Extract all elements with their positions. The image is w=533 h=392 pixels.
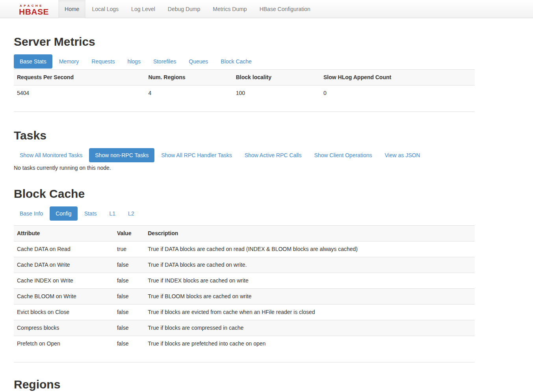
tab-storefiles[interactable]: Storefiles: [147, 54, 182, 69]
block-cache-config-table: Attribute Value Description Cache DATA o…: [14, 225, 475, 362]
tab-requests[interactable]: Requests: [85, 54, 121, 69]
value-cell: false: [114, 336, 145, 352]
block-cache-title: Block Cache: [14, 187, 475, 201]
table-row: Evict blocks on Close false True if bloc…: [14, 305, 475, 320]
table-row: 5404 4 100 0: [14, 85, 475, 101]
value-cell: true: [114, 242, 145, 257]
tab-show-client-operations[interactable]: Show Client Operations: [308, 148, 378, 162]
nav-item-debug-dump[interactable]: Debug Dump: [162, 0, 207, 18]
attribute-cell: Prefetch on Open: [14, 336, 114, 352]
hbase-logo-hbase-text: HBASE: [19, 7, 49, 16]
server-metrics-tabs: Base Stats Memory Requests hlogs Storefi…: [14, 54, 475, 69]
block-cache-section: Block Cache Base Info Config Stats L1 L2…: [14, 187, 475, 362]
tab-show-all-rpc-handler-tasks[interactable]: Show All RPC Handler Tasks: [155, 148, 238, 162]
navbar: APACHE HBASE Home Local Logs Log Level D…: [0, 0, 533, 18]
attribute-cell: Cache BLOOM on Write: [14, 289, 114, 305]
nav-item-log-level[interactable]: Log Level: [125, 0, 162, 18]
tab-show-all-monitored-tasks[interactable]: Show All Monitored Tasks: [14, 148, 88, 162]
tab-show-non-rpc-tasks[interactable]: Show non-RPC Tasks: [89, 148, 154, 162]
tasks-section: Tasks Show All Monitored Tasks Show non-…: [14, 128, 475, 172]
tab-l2[interactable]: L2: [122, 206, 140, 221]
nav-item-metrics-dump[interactable]: Metrics Dump: [206, 0, 253, 18]
regions-section: Regions: [14, 377, 475, 392]
tab-base-stats[interactable]: Base Stats: [14, 54, 52, 69]
column-header: Requests Per Second: [14, 70, 145, 85]
description-cell: True if blocks are compressed in cache: [145, 320, 475, 336]
tab-view-as-json[interactable]: View as JSON: [379, 148, 426, 162]
block-cache-tabs: Base Info Config Stats L1 L2: [14, 206, 475, 221]
column-header: Num. Regions: [145, 70, 232, 85]
num-regions-value: 4: [145, 85, 232, 101]
table-row: Compress blocks false True if blocks are…: [14, 320, 475, 336]
table-row: Cache INDEX on Write false True if INDEX…: [14, 273, 475, 289]
column-header: Slow HLog Append Count: [320, 70, 475, 85]
attribute-cell: Compress blocks: [14, 320, 114, 336]
description-cell: True if blocks are prefetched into cache…: [145, 336, 475, 352]
table-row: Cache BLOOM on Write false True if BLOOM…: [14, 289, 475, 305]
description-cell: True if DATA blocks are cached on write.: [145, 257, 475, 273]
value-cell: false: [114, 257, 145, 273]
column-header: Attribute: [14, 226, 114, 242]
hbase-logo[interactable]: APACHE HBASE: [19, 0, 58, 18]
value-cell: false: [114, 305, 145, 320]
table-header-row: Attribute Value Description: [14, 226, 475, 242]
nav-item-home[interactable]: Home: [58, 0, 85, 18]
slow-hlog-append-count-value: 0: [320, 85, 475, 101]
value-cell: false: [114, 320, 145, 336]
tab-show-active-rpc-calls[interactable]: Show Active RPC Calls: [239, 148, 308, 162]
server-metrics-section: Server Metrics Base Stats Memory Request…: [14, 35, 475, 112]
tab-config[interactable]: Config: [50, 206, 77, 221]
block-locality-value: 100: [233, 85, 320, 101]
regions-title: Regions: [14, 377, 475, 392]
server-metrics-table: Requests Per Second Num. Regions Block l…: [14, 69, 475, 112]
tasks-tabs: Show All Monitored Tasks Show non-RPC Ta…: [14, 148, 475, 162]
nav-item-hbase-configuration[interactable]: HBase Configuration: [253, 0, 317, 18]
table-row: Cache DATA on Write false True if DATA b…: [14, 257, 475, 273]
no-tasks-message: No tasks currently running on this node.: [14, 164, 475, 172]
tab-hlogs[interactable]: hlogs: [121, 54, 146, 69]
attribute-cell: Cache INDEX on Write: [14, 273, 114, 289]
tab-stats[interactable]: Stats: [78, 206, 103, 221]
requests-per-second-value: 5404: [14, 85, 145, 101]
column-header: Description: [145, 226, 475, 242]
table-row: Prefetch on Open false True if blocks ar…: [14, 336, 475, 352]
page-content: Server Metrics Base Stats Memory Request…: [14, 35, 475, 392]
tasks-title: Tasks: [14, 128, 475, 143]
table-header-row: Requests Per Second Num. Regions Block l…: [14, 70, 475, 85]
server-metrics-title: Server Metrics: [14, 35, 475, 49]
tab-memory[interactable]: Memory: [53, 54, 85, 69]
navbar-menu: Home Local Logs Log Level Debug Dump Met…: [58, 0, 317, 18]
description-cell: True if DATA blocks are cached on read (…: [145, 242, 475, 257]
tab-queues[interactable]: Queues: [183, 54, 214, 69]
value-cell: false: [114, 289, 145, 305]
column-header: Block locality: [233, 70, 320, 85]
description-cell: True if blocks are evicted from cache wh…: [145, 305, 475, 320]
description-cell: True if BLOOM blocks are cached on write: [145, 289, 475, 305]
attribute-cell: Cache DATA on Read: [14, 242, 114, 257]
table-row: Cache DATA on Read true True if DATA blo…: [14, 242, 475, 257]
column-header: Value: [114, 226, 145, 242]
tab-block-cache[interactable]: Block Cache: [215, 54, 258, 69]
attribute-cell: Cache DATA on Write: [14, 257, 114, 273]
tab-l1[interactable]: L1: [104, 206, 122, 221]
tab-base-info[interactable]: Base Info: [14, 206, 49, 221]
value-cell: false: [114, 273, 145, 289]
attribute-cell: Evict blocks on Close: [14, 305, 114, 320]
nav-item-local-logs[interactable]: Local Logs: [85, 0, 125, 18]
description-cell: True if INDEX blocks are cached on write: [145, 273, 475, 289]
